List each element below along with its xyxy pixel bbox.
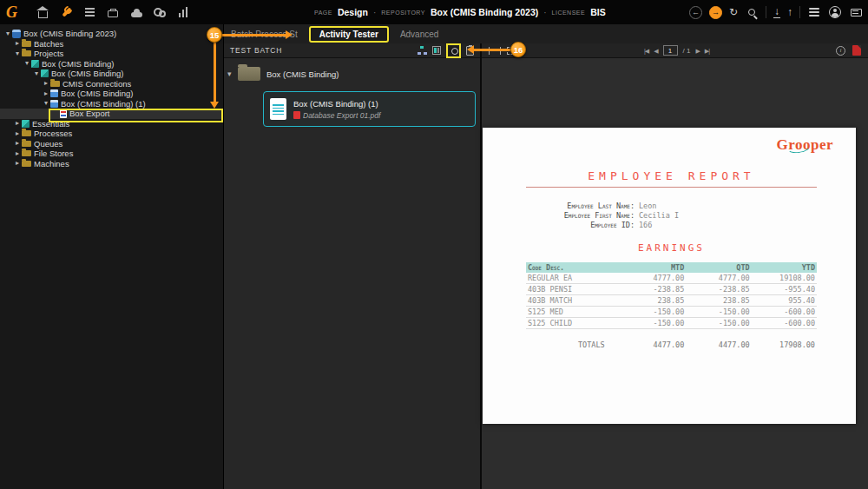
table-cell: 955.40 xyxy=(750,296,815,305)
callout-16-arrow-left xyxy=(473,49,510,51)
tree-item-project-box[interactable]: ▾ Box (CMIS Binding) xyxy=(0,59,223,69)
expander-icon[interactable]: ▸ xyxy=(13,120,22,127)
earnings-table: Code Desc. MTD QTD YTD REGULAR EA 4777.0… xyxy=(526,262,817,350)
page-value[interactable]: Design xyxy=(338,7,368,17)
prev-page-button[interactable]: ◀ xyxy=(654,48,657,54)
table-cell: -600.00 xyxy=(750,319,815,327)
table-cell: REGULAR EA xyxy=(528,274,619,282)
toolbar-divider xyxy=(766,6,766,18)
repository-value[interactable]: Box (CMIS Binding 2023) xyxy=(431,7,538,17)
expander-icon[interactable]: ▾ xyxy=(3,30,12,37)
pdf-icon xyxy=(293,111,300,119)
expander-icon[interactable]: ▾ xyxy=(227,69,238,78)
machines-icon[interactable] xyxy=(153,5,167,19)
earnings-title: EARNINGS xyxy=(526,242,817,254)
table-row: S125 CHILD -150.00 -150.00 -600.00 xyxy=(526,318,817,329)
layers-icon[interactable] xyxy=(807,5,821,19)
expander-icon[interactable]: ▸ xyxy=(13,150,22,157)
app-window: G PAGE Design · REPOSITORY Box (CMIS Bin… xyxy=(0,0,868,489)
tree-item-root[interactable]: ▾ Box (CMIS Binding 2023) xyxy=(0,29,223,39)
back-button[interactable]: ← xyxy=(689,6,702,19)
table-row: S125 MED -150.00 -150.00 -600.00 xyxy=(526,307,817,318)
download-button[interactable]: ↓ xyxy=(773,6,780,18)
folder-icon xyxy=(22,130,31,136)
table-cell: 19108.00 xyxy=(750,274,815,282)
upload-button[interactable]: ↑ xyxy=(787,7,792,17)
tree-item-machines[interactable]: ▸ Machines xyxy=(0,159,223,169)
table-cell: -150.00 xyxy=(684,319,749,327)
column-view-icon[interactable] xyxy=(432,46,441,55)
tree-item-label: File Stores xyxy=(34,149,73,158)
tree-item-batches[interactable]: ▸ Batches xyxy=(0,39,223,50)
separator-dot: · xyxy=(543,8,546,17)
table-cell: -150.00 xyxy=(684,307,749,316)
batch-document-card[interactable]: Box (CMIS Binding) (1) Database Export 0… xyxy=(263,91,476,127)
tree-item-processes[interactable]: ▸ Processes xyxy=(0,129,223,139)
design-wrench-icon[interactable] xyxy=(59,5,73,19)
cloud-icon[interactable] xyxy=(129,5,143,19)
grooper-logo: G xyxy=(6,3,17,22)
expander-icon[interactable]: ▾ xyxy=(13,50,22,57)
license-card-icon[interactable] xyxy=(849,5,863,19)
last-page-button[interactable]: ▶| xyxy=(705,48,709,54)
tree-item-box-binding[interactable]: ▾ Box (CMIS Binding) xyxy=(0,69,223,79)
tree-item-queues[interactable]: ▸ Queues xyxy=(0,139,223,149)
viewer-toolbar: |◀ ◀ / 1 ▶ ▶| i xyxy=(482,43,868,58)
tree-item-projects[interactable]: ▾ Projects xyxy=(0,49,223,59)
page-number-input[interactable] xyxy=(663,45,678,56)
tab-advanced[interactable]: Advanced xyxy=(400,30,438,39)
next-page-button[interactable]: ▶ xyxy=(695,48,699,54)
batches-icon[interactable] xyxy=(82,5,96,19)
field-label: Employee Last Name: xyxy=(526,202,635,211)
table-cell: -955.40 xyxy=(750,285,815,294)
search-icon[interactable] xyxy=(745,5,759,19)
field-value: Leon xyxy=(639,202,656,211)
stats-icon[interactable] xyxy=(176,5,190,19)
pdf-export-icon[interactable] xyxy=(852,45,861,56)
forward-button[interactable]: → xyxy=(709,6,722,19)
binding-icon xyxy=(50,89,58,97)
table-cell: S125 CHILD xyxy=(528,319,619,327)
topbar-actions: ← → ↻ ↓ ↑ xyxy=(689,0,863,24)
expander-icon[interactable]: ▸ xyxy=(42,80,50,87)
home-icon[interactable] xyxy=(36,5,49,19)
batch-folder-row[interactable]: ▾ Box (CMIS Binding) xyxy=(227,67,339,81)
topbar-context: PAGE Design · REPOSITORY Box (CMIS Bindi… xyxy=(314,0,606,24)
account-icon[interactable] xyxy=(828,5,842,19)
table-row: 403B MATCH 238.85 238.85 955.40 xyxy=(526,295,817,307)
tree-item-file-stores[interactable]: ▸ File Stores xyxy=(0,149,223,159)
tree-item-box-binding-2[interactable]: ▸ Box (CMIS Binding) xyxy=(0,89,223,99)
display-toggle-icon[interactable] xyxy=(449,46,458,56)
viewer-body: Grooper EMPLOYEE REPORT Employee Last Na… xyxy=(482,58,868,489)
info-icon[interactable]: i xyxy=(836,46,845,56)
expander-icon[interactable]: ▸ xyxy=(13,40,22,47)
test-batch-title: TEST BATCH xyxy=(230,46,282,55)
projects-icon[interactable] xyxy=(106,5,120,19)
expander-icon[interactable]: ▸ xyxy=(13,160,22,167)
expander-icon[interactable]: ▾ xyxy=(23,60,31,67)
tree-item-box-binding-1[interactable]: ▾ Box (CMIS Binding) (1) xyxy=(0,99,223,109)
table-cell: -150.00 xyxy=(619,307,684,316)
expander-icon[interactable]: ▸ xyxy=(42,90,50,97)
tree-item-label: Queues xyxy=(34,139,62,149)
folder-icon xyxy=(22,50,31,56)
field-value: 166 xyxy=(639,221,652,230)
hierarchy-view-icon[interactable] xyxy=(418,46,427,55)
test-batch-header: TEST BATCH xyxy=(224,43,480,58)
document-page[interactable]: Grooper EMPLOYEE REPORT Employee Last Na… xyxy=(483,128,856,424)
expander-icon[interactable]: ▸ xyxy=(13,140,22,147)
callout-16: 16 xyxy=(510,42,526,57)
expander-icon[interactable]: ▸ xyxy=(13,130,22,137)
tree-item-label: Machines xyxy=(34,159,69,169)
viewer-right-tools: i xyxy=(836,45,861,56)
first-page-button[interactable]: |◀ xyxy=(644,48,648,54)
expander-icon[interactable]: ▾ xyxy=(32,70,41,77)
tree-item-cmis-connections[interactable]: ▸ CMIS Connections xyxy=(0,79,223,89)
expander-icon[interactable]: ▾ xyxy=(42,100,50,107)
refresh-button[interactable]: ↻ xyxy=(729,7,738,17)
field-label: Employee First Name: xyxy=(526,211,635,221)
folder-icon xyxy=(50,81,60,87)
tab-activity-tester[interactable]: Activity Tester xyxy=(309,26,389,43)
table-cell: 4777.00 xyxy=(619,274,684,282)
separator-dot: · xyxy=(373,8,376,17)
